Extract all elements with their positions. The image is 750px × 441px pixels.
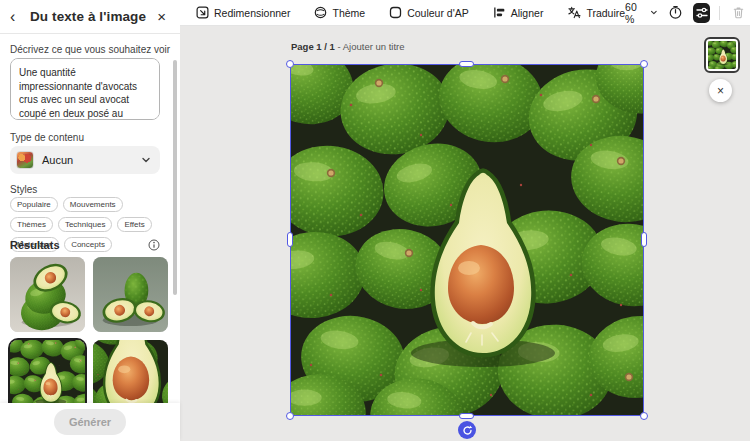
toolbar-divider [719,6,720,20]
style-pill-themes[interactable]: Thèmes [10,217,53,232]
content-type-dropdown[interactable]: Aucun [10,146,160,174]
theme-label: Thème [332,7,365,19]
panel-footer: Générer [0,403,180,441]
selection-handle-top-left[interactable] [286,60,294,68]
translate-icon [567,6,581,19]
artboard-color-icon [389,6,402,19]
panel-header: ‹ Du texte à l'image × [0,0,180,34]
rotate-icon [462,425,473,436]
selection-handle-bottom-left[interactable] [286,412,294,420]
rotate-handle[interactable] [458,421,476,439]
style-pill-effets[interactable]: Effets [117,217,151,232]
content-type-value: Aucun [42,154,73,166]
selection-handle-left[interactable] [287,232,293,247]
result-thumb-1[interactable] [10,257,85,332]
resize-button[interactable]: Redimensionner [196,6,290,19]
properties-sliders-icon [695,6,709,20]
page-caption[interactable]: Page 1 / 1 - Ajouter un titre [291,41,405,52]
text-to-image-panel: ‹ Du texte à l'image × Décrivez ce que v… [0,0,180,441]
artboard-color-label: Couleur d'AP [407,7,469,19]
generate-button[interactable]: Générer [54,409,126,435]
trash-icon [732,6,745,19]
floating-close-button[interactable]: × [709,79,732,102]
results-grid [10,257,168,415]
zoom-value: 60 % [625,1,646,25]
align-button[interactable]: Aligner [493,6,544,19]
style-pill-mouvements[interactable]: Mouvements [63,197,123,212]
timer-button[interactable] [666,3,684,23]
selection-handle-bottom-right[interactable] [640,412,648,420]
selection-handle-right[interactable] [641,232,647,247]
content-type-thumbnail-icon [16,151,34,169]
back-chevron-icon[interactable]: ‹ [10,8,24,26]
avocado-image [291,65,643,415]
theme-button[interactable]: Thème [314,6,365,19]
toolbar-right-group: 60 % [625,1,750,25]
translate-label: Traduire [586,7,625,19]
page-thumbnail-selected[interactable] [704,37,740,73]
info-icon[interactable] [148,239,160,251]
style-pill-populaire[interactable]: Populaire [10,197,58,212]
properties-button-active[interactable] [693,3,711,23]
align-label: Aligner [511,7,544,19]
zoom-control[interactable]: 60 % [625,1,657,25]
timer-icon [668,5,683,20]
panel-title: Du texte à l'image [30,9,146,24]
prompt-input[interactable]: Une quantité impressionnante d'avocats c… [10,58,160,120]
results-label: Résultats [10,239,60,251]
selection-handle-top-right[interactable] [640,60,648,68]
styles-label: Styles [10,184,37,195]
page-title-hint: - Ajouter un titre [335,41,405,52]
page-thumbnail-image [708,41,736,69]
artboard-color-button[interactable]: Couleur d'AP [389,6,469,19]
chevron-down-icon [141,155,151,165]
align-icon [493,6,506,19]
close-icon: × [717,84,724,98]
content-type-label: Type de contenu [10,132,84,143]
theme-icon [314,6,327,19]
resize-icon [196,6,209,19]
style-pill-techniques[interactable]: Techniques [58,217,112,232]
delete-button-disabled[interactable] [729,3,747,23]
selection-handle-top[interactable] [459,61,474,67]
page-number: Page 1 / 1 [291,41,335,52]
result-thumb-2[interactable] [93,257,168,332]
chevron-down-icon [650,8,658,17]
canvas-artboard[interactable] [291,65,643,415]
translate-button[interactable]: Traduire [567,6,625,19]
resize-label: Redimensionner [214,7,290,19]
panel-scrollbar[interactable] [173,60,177,295]
results-header: Résultats [10,239,160,251]
panel-close-icon[interactable]: × [157,8,166,25]
selection-handle-bottom[interactable] [459,413,474,419]
prompt-label: Décrivez ce que vous souhaitez voir [10,44,170,55]
top-toolbar: Redimensionner Thème Couleur d'AP Aligne… [180,0,750,26]
